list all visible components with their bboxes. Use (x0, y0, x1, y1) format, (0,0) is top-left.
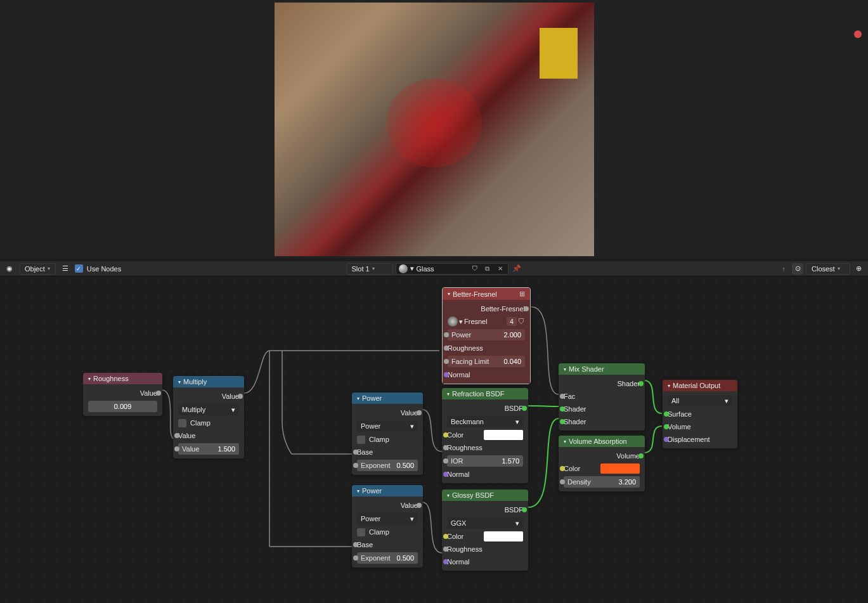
node-header[interactable]: ▾Refraction BSDF (442, 388, 528, 399)
operation-select[interactable]: Power▾ (357, 513, 418, 524)
node-material-output[interactable]: ▾Material Output All▾ Surface Volume Dis… (663, 380, 737, 448)
color-swatch[interactable] (484, 531, 523, 541)
ior-field[interactable]: IOR1.570 (447, 455, 523, 467)
up-arrow-icon[interactable]: ↑ (778, 263, 789, 275)
distribution-select[interactable]: Beckmann▾ (447, 416, 523, 427)
facing-limit-field[interactable]: Facing Limit0.040 (448, 356, 525, 367)
snap-icon[interactable]: ⊙ (792, 263, 803, 275)
socket-input[interactable] (560, 419, 565, 424)
target-select[interactable]: All▾ (668, 395, 732, 406)
socket-output[interactable] (156, 391, 161, 396)
exponent-field[interactable]: Exponent0.500 (357, 552, 418, 564)
socket-input[interactable] (443, 432, 448, 438)
node-refraction-bsdf[interactable]: ▾Refraction BSDF BSDF Beckmann▾ Color Ro… (442, 388, 528, 483)
socket-output[interactable] (417, 410, 422, 415)
color-swatch[interactable] (600, 464, 640, 474)
use-nodes-checkbox[interactable]: ✓ (75, 264, 83, 273)
chevron-down-icon: ▾ (448, 291, 450, 297)
node-mix-shader[interactable]: ▾Mix Shader Shader Fac Shader Shader (559, 363, 645, 431)
node-header[interactable]: ▾Power (352, 485, 423, 496)
socket-input[interactable] (560, 394, 565, 399)
render-preview (275, 3, 594, 256)
node-header[interactable]: ▾Glossy BSDF (442, 490, 528, 501)
node-editor[interactable]: ▾Roughness Value 0.009 ▾Multiply Value M… (0, 276, 868, 603)
slot-dropdown[interactable]: Slot 1 ▾ (346, 263, 393, 275)
socket-output[interactable] (524, 306, 529, 311)
node-roughness[interactable]: ▾Roughness Value 0.009 (83, 373, 162, 416)
socket-input[interactable] (174, 433, 179, 438)
socket-input[interactable] (443, 547, 448, 552)
density-field[interactable]: Density3.200 (564, 476, 640, 488)
operation-select[interactable]: Multiply▾ (178, 404, 239, 415)
close-icon[interactable]: ✕ (495, 264, 505, 274)
socket-output[interactable] (238, 394, 243, 399)
socket-input[interactable] (353, 542, 358, 547)
pin-icon[interactable]: 📌 (511, 263, 522, 275)
node-header[interactable]: ▾Power (352, 392, 423, 404)
group-icon[interactable]: ⊞ (519, 290, 525, 298)
socket-input[interactable] (443, 472, 448, 477)
socket-output[interactable] (638, 453, 644, 458)
socket-input[interactable] (443, 559, 448, 564)
socket-input[interactable] (560, 479, 565, 484)
chevron-down-icon: ▾ (515, 418, 519, 426)
node-header[interactable]: ▾Better-Fresnel⊞ (443, 288, 530, 300)
socket-input[interactable] (443, 458, 448, 464)
mode-dropdown[interactable]: Object ▾ (19, 263, 56, 275)
node-volume-absorption[interactable]: ▾Volume Absorption Volume Color Density3… (559, 436, 645, 491)
editor-type-icon[interactable]: ◉ (4, 263, 15, 275)
menu-icon[interactable]: ☰ (60, 263, 71, 275)
node-header[interactable]: ▾Roughness (83, 373, 162, 384)
user-count[interactable]: 4 (507, 317, 517, 326)
overlay-icon[interactable]: ⊕ (853, 263, 864, 275)
distribution-select[interactable]: GGX▾ (447, 517, 523, 529)
value-field[interactable]: Value1.500 (178, 443, 239, 455)
socket-input[interactable] (443, 534, 448, 539)
clamp-checkbox[interactable]: Clamp (357, 528, 389, 536)
socket-input[interactable] (353, 450, 358, 455)
socket-input[interactable] (444, 372, 449, 377)
node-power-1[interactable]: ▾Power Value Power▾ Clamp Base Exponent0… (352, 392, 423, 475)
header-right: ↑ ⊙ Closest ▾ ⊕ (778, 263, 864, 275)
socket-input[interactable] (444, 359, 449, 364)
socket-output[interactable] (522, 406, 527, 411)
node-multiply[interactable]: ▾Multiply Value Multiply▾ Clamp Value Va… (173, 376, 244, 458)
socket-input[interactable] (664, 424, 669, 429)
socket-output[interactable] (638, 381, 644, 386)
material-name-input[interactable] (417, 265, 467, 273)
copy-icon[interactable]: ⧉ (483, 264, 493, 274)
power-field[interactable]: Power2.000 (448, 329, 525, 340)
socket-output[interactable] (522, 507, 527, 512)
socket-input[interactable] (353, 555, 358, 561)
exponent-field[interactable]: Exponent0.500 (357, 460, 418, 471)
node-header[interactable]: ▾Volume Absorption (559, 436, 645, 447)
socket-input[interactable] (664, 412, 669, 417)
viewport-3d[interactable] (0, 0, 868, 258)
socket-input[interactable] (174, 446, 179, 451)
clamp-checkbox[interactable]: Clamp (357, 436, 389, 444)
node-header[interactable]: ▾Material Output (663, 380, 737, 391)
shield-icon[interactable]: ⛉ (470, 264, 480, 274)
node-glossy-bsdf[interactable]: ▾Glossy BSDF BSDF GGX▾ Color Roughness N… (442, 490, 528, 571)
node-header[interactable]: ▾Multiply (173, 376, 244, 387)
chevron-down-icon: ▾ (410, 422, 414, 431)
color-swatch[interactable] (484, 430, 523, 440)
socket-input[interactable] (353, 463, 358, 468)
socket-input[interactable] (443, 445, 448, 450)
socket-input[interactable] (664, 437, 669, 442)
socket-input[interactable] (444, 332, 449, 337)
operation-select[interactable]: Power▾ (357, 420, 418, 432)
socket-input[interactable] (444, 346, 449, 351)
shield-icon[interactable]: ⛉ (518, 318, 525, 325)
chevron-down-icon: ▾ (357, 396, 360, 401)
node-better-fresnel[interactable]: ▾Better-Fresnel⊞ Better-Fresnel ▾ Fresne… (442, 287, 531, 384)
snap-mode-dropdown[interactable]: Closest ▾ (806, 263, 850, 275)
material-selector[interactable]: ▾ ⛉ ⧉ ✕ (396, 263, 508, 275)
value-field[interactable]: 0.009 (88, 401, 157, 412)
node-power-2[interactable]: ▾Power Value Power▾ Clamp Base Exponent0… (352, 485, 423, 567)
node-header[interactable]: ▾Mix Shader (559, 363, 645, 375)
socket-input[interactable] (560, 406, 565, 412)
clamp-checkbox[interactable]: Clamp (178, 419, 211, 427)
socket-input[interactable] (560, 466, 565, 471)
socket-output[interactable] (417, 503, 422, 508)
